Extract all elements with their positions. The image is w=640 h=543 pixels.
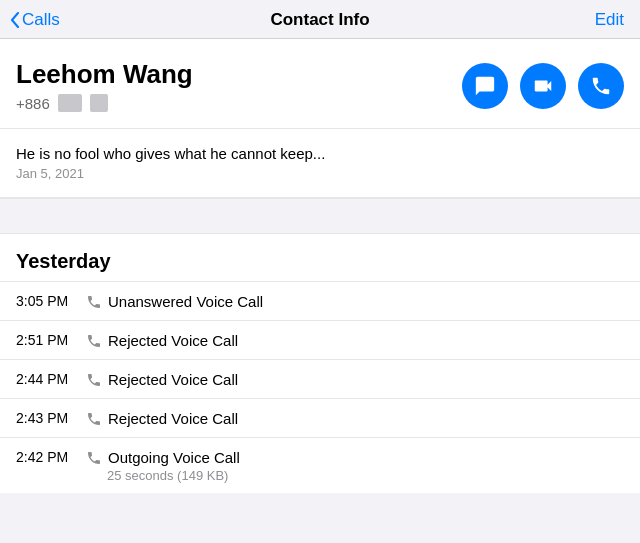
call-label-row: Rejected Voice Call (86, 331, 238, 349)
call-row: 2:43 PM Rejected Voice Call (0, 398, 640, 437)
call-label-row: Outgoing Voice Call (86, 448, 240, 466)
call-detail: 25 seconds (149 KB) (86, 468, 240, 483)
call-type-icon (86, 448, 102, 466)
bio-section: He is no fool who gives what he cannot k… (0, 129, 640, 198)
call-info: Rejected Voice Call (86, 409, 238, 427)
call-row: 2:42 PM Outgoing Voice Call 25 seconds (… (0, 437, 640, 493)
call-time: 2:42 PM (16, 448, 86, 465)
action-buttons (462, 63, 624, 109)
calls-section: Yesterday 3:05 PM Unanswered Voice Call … (0, 234, 640, 493)
video-button[interactable] (520, 63, 566, 109)
page-title: Contact Info (270, 10, 369, 30)
bio-text: He is no fool who gives what he cannot k… (16, 145, 624, 162)
call-label: Rejected Voice Call (108, 371, 238, 388)
call-label: Rejected Voice Call (108, 332, 238, 349)
contact-phone: +886 (16, 94, 462, 112)
call-type-icon (86, 331, 102, 349)
back-label: Calls (22, 10, 60, 30)
call-type-icon (86, 370, 102, 388)
header: Calls Contact Info Edit (0, 0, 640, 39)
calls-section-header: Yesterday (0, 234, 640, 281)
section-separator (0, 198, 640, 234)
phone-number: +886 (16, 95, 50, 112)
call-time: 3:05 PM (16, 292, 86, 309)
message-button[interactable] (462, 63, 508, 109)
call-type-icon (86, 409, 102, 427)
calls-list: 3:05 PM Unanswered Voice Call 2:51 PM Re… (0, 281, 640, 493)
call-label-row: Rejected Voice Call (86, 409, 238, 427)
profile-section: Leehom Wang +886 (0, 39, 640, 129)
call-time: 2:43 PM (16, 409, 86, 426)
call-time: 2:51 PM (16, 331, 86, 348)
call-row: 2:51 PM Rejected Voice Call (0, 320, 640, 359)
edit-button[interactable]: Edit (595, 10, 624, 30)
call-info: Rejected Voice Call (86, 331, 238, 349)
back-button[interactable]: Calls (10, 10, 60, 30)
call-info: Unanswered Voice Call (86, 292, 263, 310)
call-time: 2:44 PM (16, 370, 86, 387)
profile-info: Leehom Wang +886 (16, 59, 462, 112)
contact-name: Leehom Wang (16, 59, 462, 90)
call-label-row: Rejected Voice Call (86, 370, 238, 388)
call-type-icon (86, 292, 102, 310)
call-row: 3:05 PM Unanswered Voice Call (0, 281, 640, 320)
bio-date: Jan 5, 2021 (16, 166, 624, 181)
call-label: Outgoing Voice Call (108, 449, 240, 466)
call-label: Rejected Voice Call (108, 410, 238, 427)
call-info: Outgoing Voice Call 25 seconds (149 KB) (86, 448, 240, 483)
call-label-row: Unanswered Voice Call (86, 292, 263, 310)
call-label: Unanswered Voice Call (108, 293, 263, 310)
call-info: Rejected Voice Call (86, 370, 238, 388)
phone-button[interactable] (578, 63, 624, 109)
phone-placeholder-1 (58, 94, 82, 112)
phone-placeholder-2 (90, 94, 108, 112)
call-row: 2:44 PM Rejected Voice Call (0, 359, 640, 398)
